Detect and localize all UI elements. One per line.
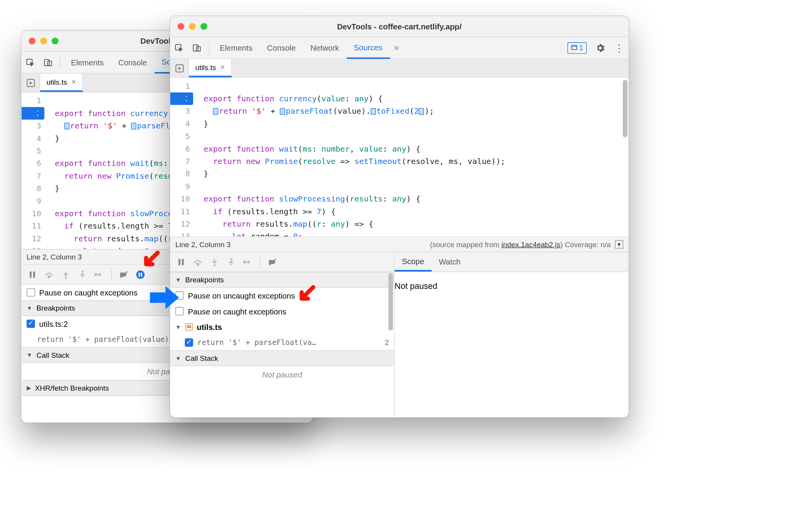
pause-caught-label: Pause on caught exceptions: [39, 288, 137, 297]
sourcemap-info: (source mapped from index.1ac4eab2.js) C…: [430, 240, 611, 249]
step-marker-icon: [213, 108, 218, 115]
chevron-right-icon: ▶: [27, 384, 31, 391]
svg-point-6: [48, 275, 50, 277]
cursor-position: Line 2, Column 3: [176, 240, 231, 249]
tab-elements[interactable]: Elements: [64, 52, 111, 73]
deactivate-breakpoints-icon[interactable]: [116, 266, 132, 282]
chevron-down-icon: ▼: [27, 352, 32, 358]
close-icon[interactable]: [29, 38, 36, 44]
pause-resume-icon[interactable]: [24, 266, 40, 282]
svg-point-8: [82, 270, 84, 272]
tab-sources[interactable]: Sources: [346, 37, 390, 59]
callstack-section-header[interactable]: ▼ Call Stack: [170, 350, 394, 366]
step-out-icon[interactable]: [75, 266, 90, 282]
breakpoint-marker[interactable]: 2: [170, 92, 193, 105]
settings-icon[interactable]: [591, 37, 610, 58]
run-snippet-icon[interactable]: [21, 73, 40, 92]
pause-resume-icon[interactable]: [173, 254, 189, 270]
svg-point-9: [94, 273, 96, 275]
chevron-down-icon: ▼: [27, 305, 32, 311]
not-paused-label: Not paused: [170, 366, 394, 383]
pause-on-exceptions-icon[interactable]: [133, 266, 148, 282]
chevron-down-icon: ▼: [176, 355, 181, 361]
svg-rect-19: [179, 259, 181, 265]
breakpoint-item[interactable]: return '$' + parseFloat(va… 2: [170, 335, 394, 350]
separator: [60, 56, 60, 68]
svg-rect-1: [44, 59, 49, 65]
device-toggle-icon[interactable]: [39, 52, 57, 73]
tab-network[interactable]: Network: [303, 37, 346, 58]
pause-uncaught-label: Pause on uncaught exceptions: [188, 291, 295, 300]
step-out-icon[interactable]: [223, 254, 239, 270]
minimize-icon[interactable]: [40, 38, 47, 44]
minimize-icon[interactable]: [189, 23, 196, 30]
svg-rect-5: [33, 271, 35, 277]
window-controls: [21, 38, 58, 44]
code-content[interactable]: export function currency(value: any) { r…: [193, 78, 629, 236]
pause-uncaught-row[interactable]: Pause on uncaught exceptions: [170, 288, 394, 304]
inspect-icon[interactable]: [21, 52, 39, 73]
tab-elements[interactable]: Elements: [212, 37, 259, 58]
js-file-icon: [185, 323, 193, 331]
checkbox[interactable]: [27, 319, 35, 328]
line-gutter[interactable]: 1 2 3 4 5 6 7 8 9 10 11 12 13: [170, 78, 193, 236]
inspect-icon[interactable]: [170, 37, 188, 58]
step-into-icon[interactable]: [207, 254, 223, 270]
svg-rect-12: [138, 272, 140, 277]
pause-caught-row[interactable]: Pause on caught exceptions: [170, 303, 394, 319]
close-tab-icon[interactable]: ×: [220, 63, 225, 72]
step-icon[interactable]: [240, 254, 256, 270]
main-toolbar: Elements Console Network Sources » 1 ⋮: [170, 37, 628, 59]
scope-not-paused: Not paused: [395, 272, 629, 291]
run-snippet-icon[interactable]: [170, 59, 189, 77]
file-tab-utils[interactable]: utils.ts ×: [189, 59, 232, 77]
step-over-icon[interactable]: [41, 266, 57, 282]
zoom-icon[interactable]: [200, 23, 207, 30]
step-marker-icon: [419, 108, 424, 115]
issues-badge[interactable]: 1: [563, 37, 591, 58]
breakpoint-location: utils.ts:2: [39, 319, 68, 328]
breakpoints-section-header[interactable]: ▼ Breakpoints: [170, 272, 394, 288]
svg-rect-4: [30, 271, 32, 277]
more-icon[interactable]: ⋮: [610, 37, 629, 58]
checkbox[interactable]: [185, 338, 193, 347]
debugger-toolbar: [170, 252, 394, 272]
separator: [111, 268, 112, 280]
svg-point-21: [197, 263, 199, 265]
svg-point-11: [136, 270, 145, 279]
checkbox[interactable]: [27, 288, 35, 297]
tab-watch[interactable]: Watch: [432, 252, 468, 272]
breakpoint-marker[interactable]: 2: [21, 107, 44, 120]
file-tab-utils[interactable]: utils.ts ×: [40, 73, 83, 92]
svg-point-24: [243, 261, 245, 263]
line-gutter[interactable]: 1 2 3 4 5 6 7 8 9 10 11 12 13: [21, 92, 44, 249]
collapse-icon[interactable]: ▼: [615, 240, 623, 249]
close-icon[interactable]: [177, 23, 184, 30]
device-toggle-icon[interactable]: [188, 37, 206, 58]
zoom-icon[interactable]: [52, 38, 59, 44]
scope-watch-tabs: Scope Watch: [395, 252, 629, 272]
tab-scope[interactable]: Scope: [395, 252, 432, 272]
separator: [260, 256, 260, 268]
svg-rect-15: [193, 44, 198, 51]
deactivate-breakpoints-icon[interactable]: [264, 254, 280, 270]
code-editor[interactable]: 1 2 3 4 5 6 7 8 9 10 11 12 13 export fun…: [170, 78, 628, 236]
sourcemap-link[interactable]: index.1ac4eab2.js: [502, 240, 560, 249]
scrollbar-thumb[interactable]: [388, 273, 393, 331]
tab-console[interactable]: Console: [260, 37, 303, 58]
more-tabs-icon[interactable]: »: [390, 37, 403, 58]
debugger-panel: ▼ Breakpoints Pause on uncaught exceptio…: [170, 272, 394, 417]
titlebar[interactable]: DevTools - coffee-cart.netlify.app/: [170, 16, 628, 37]
annotation-red-arrow-icon: [142, 251, 160, 268]
close-tab-icon[interactable]: ×: [72, 77, 77, 87]
breakpoint-file-row[interactable]: ▼ utils.ts: [170, 319, 394, 335]
tab-console[interactable]: Console: [111, 52, 154, 73]
step-over-icon[interactable]: [190, 254, 206, 270]
chevron-down-icon: ▼: [176, 277, 181, 283]
debugger-right-column: Scope Watch Not paused: [395, 252, 629, 417]
annotation-red-arrow-icon: [298, 285, 316, 303]
breakpoint-file-label: utils.ts: [197, 323, 222, 331]
scrollbar-thumb[interactable]: [623, 80, 628, 138]
step-into-icon[interactable]: [58, 266, 74, 282]
step-icon[interactable]: [91, 266, 107, 282]
